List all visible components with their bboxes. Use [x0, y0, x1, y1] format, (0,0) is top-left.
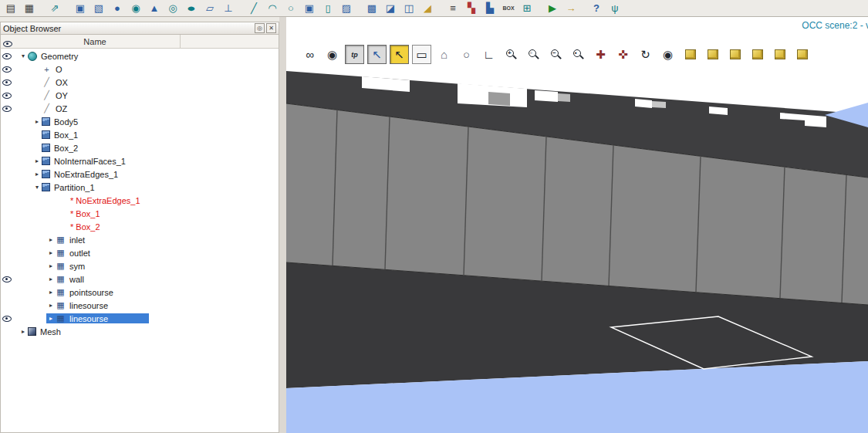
zoom-out-icon[interactable]: −	[546, 45, 566, 64]
expand-arrow-icon[interactable]: ▸	[32, 171, 42, 178]
tree-item-noextraedges-1[interactable]: * NoExtraEdges_1	[1, 194, 279, 207]
expand-arrow-icon[interactable]: ▸	[46, 236, 56, 243]
global-pan-icon[interactable]: ✜	[613, 45, 633, 64]
disk-primitive-icon[interactable]: ◉	[127, 1, 145, 15]
cylinder-tool-icon[interactable]: ▯	[319, 1, 337, 15]
eye-icon[interactable]	[2, 91, 12, 100]
expand-arrow-icon[interactable]: ▸	[46, 289, 56, 296]
bottom-view-icon[interactable]	[748, 45, 767, 64]
tree-item-ox[interactable]: ╱OX	[1, 76, 279, 89]
fuse-boolean-icon[interactable]: ▩	[363, 1, 381, 15]
tree-item-linesourse[interactable]: ▸▦linesourse	[1, 299, 279, 312]
eye-icon[interactable]	[2, 104, 12, 113]
panel-splitter[interactable]	[279, 17, 286, 433]
eye-icon[interactable]	[2, 275, 12, 283]
eye-icon[interactable]	[2, 52, 12, 60]
point-selection-toggle[interactable]: tp	[345, 45, 364, 64]
tree-item-oz[interactable]: ╱OZ	[1, 102, 279, 115]
right-view-icon[interactable]	[792, 45, 812, 64]
tree-item-body5[interactable]: ▸Body5	[1, 115, 279, 128]
cone-primitive-icon[interactable]: ▲	[145, 1, 164, 15]
fit-all-icon[interactable]: ▪	[569, 45, 588, 64]
histogram-icon[interactable]: ▙	[481, 1, 499, 15]
tree-item-geometry[interactable]: ▾Geometry	[1, 49, 279, 63]
prism-tool-icon[interactable]: ▨	[337, 1, 356, 15]
occ-3d-view[interactable]	[286, 17, 868, 433]
hand-tool-icon[interactable]: ψ	[606, 1, 624, 15]
interaction-style-icon[interactable]: ∞	[300, 45, 319, 64]
wedge-icon[interactable]: ◢	[418, 1, 437, 15]
cube-primitive-icon[interactable]: ▧	[90, 1, 108, 15]
tree-item-inlet[interactable]: ▸▦inlet	[1, 233, 279, 246]
help-icon[interactable]: ?	[587, 1, 606, 15]
eye-icon[interactable]	[2, 314, 12, 323]
polygon-selection-icon[interactable]: ⌂	[434, 45, 454, 64]
tree-item-outlet[interactable]: ▸▦outlet	[1, 246, 279, 259]
tree-item-noextraedges-1[interactable]: ▸NoExtraEdges_1	[1, 167, 279, 181]
expand-arrow-icon[interactable]: ▸	[46, 262, 56, 269]
tree-item-wall[interactable]: ▸▦wall	[1, 272, 279, 286]
tree-item-nointernalfaces-1[interactable]: ▸NoInternalFaces_1	[1, 154, 279, 167]
eye-icon[interactable]	[2, 65, 12, 73]
expand-arrow-icon[interactable]: ▸	[46, 249, 56, 256]
sphere-primitive-icon[interactable]: ●	[108, 1, 127, 15]
torus-primitive-icon[interactable]: ◎	[164, 1, 182, 15]
close-button[interactable]: ✕	[266, 23, 276, 33]
tree-item-linesourse[interactable]: ▸▦linesourse	[1, 312, 279, 325]
tree-item-oy[interactable]: ╱OY	[1, 89, 279, 102]
plane-primitive-icon[interactable]: ▱	[201, 1, 219, 15]
new-document-icon[interactable]: ▤	[2, 1, 20, 15]
tree-item-pointsourse[interactable]: ▸▦pointsourse	[1, 286, 279, 299]
expand-arrow-icon[interactable]: ▸	[46, 276, 56, 282]
tree-item-partition-1[interactable]: ▾Partition_1	[1, 181, 279, 194]
circle-selection-icon[interactable]: ○	[457, 45, 476, 64]
expand-arrow-icon[interactable]: ▸	[32, 118, 42, 125]
highlight-selection-toggle[interactable]: ↖	[390, 45, 409, 64]
tree-item-box-1[interactable]: * Box_1	[1, 207, 279, 220]
arc-tool-icon[interactable]: ◠	[263, 1, 282, 15]
cursor-selection-toggle[interactable]: ↖	[367, 45, 387, 64]
mouse-binding-icon[interactable]: ◉	[323, 45, 342, 64]
axis-icon[interactable]: ⊥	[219, 1, 238, 15]
line-tool-icon[interactable]: ╱	[245, 1, 263, 15]
rect-selection-icon[interactable]: ▭	[412, 45, 431, 64]
cut-boolean-icon[interactable]: ◪	[381, 1, 400, 15]
colored-table-icon[interactable]: ▚	[462, 1, 481, 15]
layers-icon[interactable]: ≡	[444, 1, 462, 15]
left-view-icon[interactable]	[770, 45, 789, 64]
data-table-icon[interactable]: ▦	[20, 1, 39, 15]
tree-item-box-2[interactable]: * Box_2	[1, 220, 279, 233]
tree-item-box-2[interactable]: Box_2	[1, 141, 279, 154]
partition-tool-icon[interactable]: ◫	[400, 1, 418, 15]
run-icon[interactable]: ▶	[543, 1, 562, 15]
top-view-icon[interactable]	[725, 45, 745, 64]
expand-arrow-icon[interactable]: ▸	[32, 157, 42, 164]
expand-arrow-icon[interactable]: ▾	[32, 184, 42, 191]
rotate-icon[interactable]: ↻	[636, 45, 655, 64]
ellipse-primitive-icon[interactable]: ●	[182, 1, 201, 15]
zoom-in-icon[interactable]: +	[502, 45, 521, 64]
zoom-window-icon[interactable]: ▫	[524, 45, 543, 64]
expand-arrow-icon[interactable]: ▸	[19, 328, 28, 335]
box-primitive-icon[interactable]: ▣	[71, 1, 90, 15]
back-view-icon[interactable]	[703, 45, 722, 64]
tree-item-box-1[interactable]: Box_1	[1, 128, 279, 141]
box-annotation-icon[interactable]: BOX	[499, 1, 518, 15]
dock-button[interactable]: ◎	[255, 23, 265, 33]
tree-item-sym[interactable]: ▸▦sym	[1, 259, 279, 272]
trihedron-icon[interactable]: ∟	[479, 45, 498, 64]
rotation-point-icon[interactable]: ◉	[658, 45, 677, 64]
export-icon[interactable]: →	[562, 1, 580, 15]
pan-icon[interactable]: ✚	[591, 45, 610, 64]
fly-mode-icon[interactable]: ⇗	[46, 1, 64, 15]
measure-grid-icon[interactable]: ⊞	[518, 1, 536, 15]
tree-item-o[interactable]: +O	[1, 63, 279, 76]
box-tool-icon[interactable]: ▣	[300, 1, 319, 15]
expand-arrow-icon[interactable]: ▾	[19, 52, 28, 59]
expand-arrow-icon[interactable]: ▸	[46, 302, 56, 309]
expand-arrow-icon[interactable]: ▸	[46, 315, 56, 322]
eye-icon[interactable]	[2, 78, 12, 86]
front-view-icon[interactable]	[681, 45, 700, 64]
circle-tool-icon[interactable]: ○	[282, 1, 300, 15]
tree-item-mesh[interactable]: ▸Mesh	[1, 325, 279, 338]
